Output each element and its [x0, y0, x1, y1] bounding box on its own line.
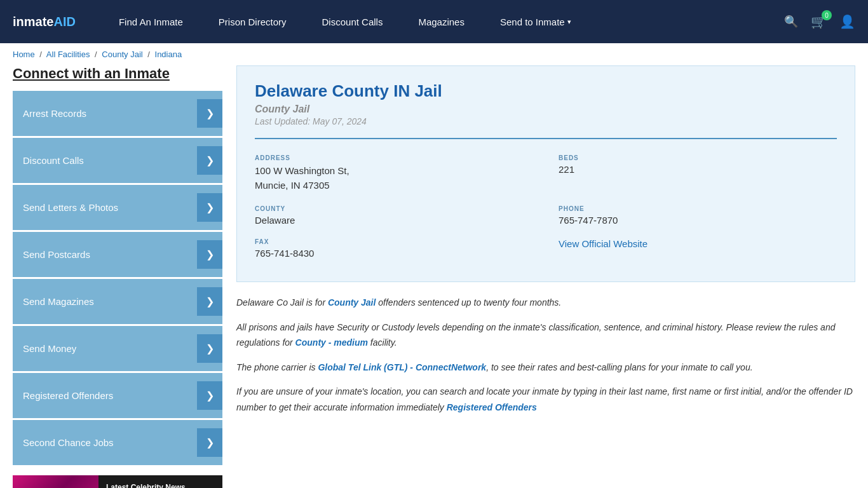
facility-updated: Last Updated: May 07, 2024	[255, 116, 837, 126]
breadcrumb-all-facilities[interactable]: All Facilities	[46, 50, 90, 59]
county-jail-link-1[interactable]: County Jail	[328, 297, 376, 308]
desc-4-text: If you are unsure of your inmate's locat…	[236, 386, 853, 412]
arrow-icon-3: ❯	[197, 240, 222, 269]
sidebar-item-send-money[interactable]: Send Money ❯	[13, 326, 222, 371]
breadcrumb-sep-3: /	[147, 50, 150, 59]
arrow-icon-2: ❯	[197, 193, 222, 222]
beds-value: 221	[559, 164, 837, 175]
ad-headline: Latest Celebrity News, Pictures & Entert…	[106, 482, 215, 488]
desc-3-text: The phone carrier is	[236, 362, 318, 372]
main-layout: Connect with an Inmate Arrest Records ❯ …	[0, 65, 868, 488]
nav-prison-directory[interactable]: Prison Directory	[201, 0, 304, 43]
county-value: Delaware	[255, 215, 538, 226]
breadcrumb-indiana[interactable]: Indiana	[155, 50, 182, 59]
address-label: ADDRESS	[255, 154, 538, 161]
content-area: Delaware County IN Jail County Jail Last…	[236, 65, 855, 488]
main-header: inmateAID Find An Inmate Prison Director…	[0, 0, 868, 43]
search-icon[interactable]: 🔍	[784, 15, 798, 29]
sidebar-menu: Arrest Records ❯ Discount Calls ❯ Send L…	[13, 91, 222, 465]
arrow-icon-6: ❯	[197, 381, 222, 410]
desc-paragraph-3: The phone carrier is Global Tel Link (GT…	[236, 360, 855, 376]
breadcrumb-county-jail[interactable]: County Jail	[102, 50, 142, 59]
desc-paragraph-4: If you are unsure of your inmate's locat…	[236, 384, 855, 415]
phone-label: PHONE	[559, 205, 837, 212]
breadcrumb-home[interactable]: Home	[13, 50, 35, 59]
fax-label: FAX	[255, 238, 538, 245]
desc-paragraph-2: All prisons and jails have Security or C…	[236, 320, 855, 351]
address-value: 100 W Washington St,Muncie, IN 47305	[255, 164, 538, 193]
nav-find-inmate[interactable]: Find An Inmate	[101, 0, 201, 43]
detail-address: ADDRESS 100 W Washington St,Muncie, IN 4…	[255, 149, 546, 200]
sidebar-label-arrest-records: Arrest Records	[23, 108, 86, 119]
sidebar-item-send-postcards[interactable]: Send Postcards ❯	[13, 232, 222, 277]
sidebar-label-discount-calls: Discount Calls	[23, 155, 84, 166]
detail-beds: BEDS 221	[546, 149, 837, 200]
sidebar: Connect with an Inmate Arrest Records ❯ …	[13, 65, 222, 488]
county-label: COUNTY	[255, 205, 538, 212]
sidebar-label-send-magazines: Send Magazines	[23, 296, 94, 307]
sidebar-item-send-letters[interactable]: Send Letters & Photos ❯	[13, 185, 222, 230]
registered-offenders-link[interactable]: Registered Offenders	[447, 402, 537, 412]
desc-3-end: , to see their rates and best-calling pl…	[486, 362, 752, 372]
caret-icon: ▾	[567, 18, 571, 26]
sidebar-ad: Us Latest Celebrity News, Pictures & Ent…	[13, 475, 222, 488]
desc-paragraph-1: Delaware Co Jail is for County Jail offe…	[236, 295, 855, 311]
view-official-website-link[interactable]: View Official Website	[559, 238, 648, 249]
sidebar-item-send-magazines[interactable]: Send Magazines ❯	[13, 279, 222, 324]
arrow-icon-5: ❯	[197, 334, 222, 363]
detail-fax: FAX 765-741-8430	[255, 233, 546, 266]
sidebar-item-second-chance-jobs[interactable]: Second Chance Jobs ❯	[13, 420, 222, 465]
detail-county: COUNTY Delaware	[255, 200, 546, 233]
sidebar-label-send-money: Send Money	[23, 343, 76, 354]
nav-magazines[interactable]: Magazines	[400, 0, 482, 43]
sidebar-item-registered-offenders[interactable]: Registered Offenders ❯	[13, 373, 222, 418]
fax-value: 765-741-8430	[255, 248, 538, 259]
ad-content: Latest Celebrity News, Pictures & Entert…	[98, 475, 222, 488]
sidebar-label-second-chance-jobs: Second Chance Jobs	[23, 437, 114, 448]
sidebar-item-arrest-records[interactable]: Arrest Records ❯	[13, 91, 222, 136]
ad-image: Us	[13, 475, 98, 488]
main-nav: Find An Inmate Prison Directory Discount…	[101, 0, 784, 43]
breadcrumb-sep-1: /	[39, 50, 42, 59]
sidebar-label-send-postcards: Send Postcards	[23, 249, 90, 260]
sidebar-label-send-letters: Send Letters & Photos	[23, 202, 118, 213]
desc-1-before: Delaware Co Jail is for	[236, 297, 328, 308]
detail-website: View Official Website	[546, 233, 837, 266]
desc-1-after: offenders sentenced up to twenty four mo…	[376, 297, 561, 308]
arrow-icon-1: ❯	[197, 146, 222, 175]
facility-name: Delaware County IN Jail	[255, 81, 837, 101]
arrow-icon-0: ❯	[197, 99, 222, 128]
facility-type: County Jail	[255, 104, 837, 115]
county-medium-link[interactable]: County - medium	[295, 337, 368, 348]
arrow-icon-7: ❯	[197, 428, 222, 457]
sidebar-title: Connect with an Inmate	[13, 65, 222, 82]
arrow-icon-4: ❯	[197, 287, 222, 316]
beds-label: BEDS	[559, 154, 837, 161]
cart-badge: 0	[822, 10, 832, 20]
breadcrumb: Home / All Facilities / County Jail / In…	[0, 43, 868, 65]
sidebar-item-discount-calls[interactable]: Discount Calls ❯	[13, 138, 222, 183]
nav-send-to-inmate[interactable]: Send to Inmate ▾	[482, 0, 589, 43]
gtl-link[interactable]: Global Tel Link (GTL) - ConnectNetwork	[318, 362, 486, 372]
sidebar-label-registered-offenders: Registered Offenders	[23, 390, 113, 401]
logo[interactable]: inmateAID	[13, 15, 76, 29]
phone-value: 765-747-7870	[559, 215, 837, 226]
breadcrumb-sep-2: /	[95, 50, 97, 59]
cart-icon[interactable]: 🛒 0	[811, 14, 827, 29]
nav-send-label: Send to Inmate	[500, 17, 565, 27]
user-icon[interactable]: 👤	[839, 14, 855, 29]
desc-2-end: facility.	[368, 337, 397, 348]
detail-phone: PHONE 765-747-7870	[546, 200, 837, 233]
facility-description: Delaware Co Jail is for County Jail offe…	[236, 295, 855, 415]
nav-discount-calls[interactable]: Discount Calls	[304, 0, 401, 43]
logo-text: inmateAID	[13, 15, 76, 29]
header-icons: 🔍 🛒 0 👤	[784, 14, 855, 29]
facility-card: Delaware County IN Jail County Jail Last…	[236, 65, 855, 282]
facility-details: ADDRESS 100 W Washington St,Muncie, IN 4…	[255, 138, 837, 266]
